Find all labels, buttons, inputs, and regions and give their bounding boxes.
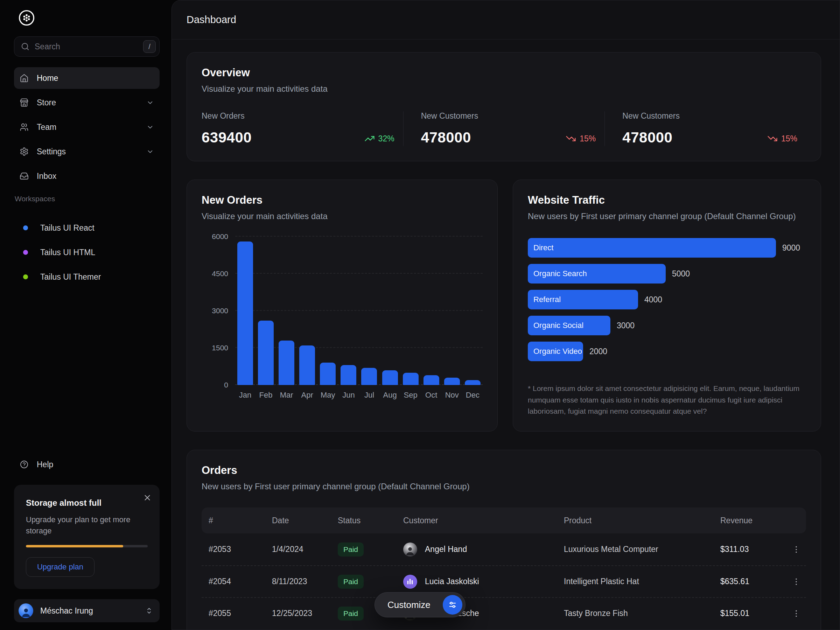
- traffic-bar-row: Organic Search5000: [528, 264, 806, 284]
- main-panel: Dashboard Overview Visualize your main a…: [172, 0, 840, 630]
- customer-name: Lucia Jaskolski: [425, 577, 479, 586]
- traffic-bar: Organic Video: [528, 342, 583, 361]
- chart-bar: [320, 363, 336, 385]
- avatar: [403, 575, 417, 589]
- search-input[interactable]: [30, 42, 143, 51]
- sidebar-item-store[interactable]: Store: [14, 92, 159, 114]
- order-date: 8/11/2023: [265, 577, 331, 586]
- column-header: Date: [265, 516, 331, 525]
- workspace-item[interactable]: Tailus UI React: [14, 217, 159, 239]
- topbar: Dashboard: [172, 0, 840, 39]
- stat-label: New Orders: [202, 111, 395, 121]
- stat-label: New Customers: [622, 111, 797, 121]
- sidebar-nav: HomeStoreTeamSettingsInbox: [14, 67, 159, 190]
- sidebar-item-label: Settings: [37, 147, 66, 156]
- order-revenue: $155.01: [713, 609, 782, 618]
- customize-button[interactable]: Customize: [374, 592, 466, 617]
- x-axis-labels: JanFebMarAprMayJunJulAugSepOctNovDec: [235, 391, 483, 400]
- traffic-chart: Direct9000Organic Search5000Referral4000…: [528, 238, 806, 361]
- order-product: Luxurious Metal Computer: [557, 545, 713, 554]
- chart-bar: [237, 242, 253, 385]
- chevron-down-icon: [146, 148, 154, 155]
- chart-bar: [382, 370, 398, 385]
- table-body: #20531/4/2024PaidAngel HandLuxurious Met…: [202, 534, 806, 629]
- chart-bar: [258, 321, 274, 385]
- inbox-icon: [20, 172, 29, 181]
- traffic-bar-label: Direct: [534, 243, 553, 253]
- chevron-down-icon: [146, 99, 154, 106]
- new-orders-subtitle: Visualize your main activities data: [202, 212, 483, 221]
- workspace-item[interactable]: Tailus UI Themer: [14, 266, 159, 288]
- stat-value: 478000: [622, 129, 673, 146]
- traffic-bar-value: 9000: [782, 243, 800, 253]
- order-date: 1/4/2024: [265, 545, 331, 554]
- workspace-label: Tailus UI React: [40, 223, 95, 233]
- traffic-bar: Direct: [528, 238, 776, 257]
- traffic-bar: Organic Social: [528, 316, 610, 335]
- chart-bar: [444, 377, 460, 385]
- order-id: #2053: [202, 545, 265, 554]
- sidebar-item-inbox[interactable]: Inbox: [14, 165, 159, 187]
- workspace-dot-icon: [23, 275, 28, 279]
- row-menu-button[interactable]: [789, 606, 803, 621]
- traffic-title: Website Traffic: [528, 194, 806, 207]
- team-icon: [20, 123, 29, 132]
- storage-body: Upgrade your plan to get more storage: [26, 514, 141, 537]
- upgrade-plan-button[interactable]: Upgrade plan: [26, 557, 95, 577]
- traffic-bar-row: Organic Video2000: [528, 342, 806, 361]
- column-header: Revenue: [713, 516, 782, 525]
- settings-icon: [20, 147, 29, 156]
- sidebar-item-team[interactable]: Team: [14, 116, 159, 138]
- sidebar-item-help[interactable]: Help: [14, 453, 159, 475]
- stat-block: New Orders63940032%: [202, 111, 403, 146]
- stat-value: 639400: [202, 129, 252, 146]
- chevron-down-icon: [146, 123, 154, 131]
- sidebar: / HomeStoreTeamSettingsInbox Workspaces …: [0, 0, 172, 630]
- app-root: / HomeStoreTeamSettingsInbox Workspaces …: [0, 0, 840, 630]
- help-label: Help: [37, 460, 53, 469]
- row-menu-button[interactable]: [789, 575, 803, 589]
- avatar: [19, 603, 33, 618]
- x-tick-label: Jul: [361, 391, 377, 400]
- y-tick-label: 4500: [212, 270, 228, 278]
- table-row: #205512/25/2023PaidShem NitzscheTasty Br…: [202, 597, 806, 629]
- x-tick-label: Dec: [465, 391, 480, 400]
- table-row: #20548/11/2023PaidLucia JaskolskiIntelli…: [202, 565, 806, 597]
- workspace-item[interactable]: Tailus UI HTML: [14, 242, 159, 263]
- storage-title: Storage almost full: [26, 498, 148, 508]
- storage-progress: [26, 545, 148, 547]
- sidebar-item-home[interactable]: Home: [14, 67, 159, 89]
- new-orders-chart: 01500300045006000 JanFebMarAprMayJunJulA…: [202, 237, 483, 400]
- workspace-dot-icon: [23, 250, 28, 255]
- x-tick-label: Jan: [237, 391, 253, 400]
- y-tick-label: 0: [224, 381, 228, 389]
- stat-delta: 15%: [767, 133, 797, 144]
- store-icon: [20, 98, 29, 107]
- brand-logo-icon[interactable]: [18, 9, 35, 26]
- search-icon: [21, 42, 30, 51]
- chart-bar: [465, 380, 480, 385]
- stat-block: New Customers47800015%: [605, 111, 806, 146]
- y-tick-label: 6000: [212, 232, 228, 241]
- page-title: Dashboard: [186, 14, 236, 25]
- row-menu-button[interactable]: [789, 543, 803, 556]
- order-id: #2054: [202, 577, 265, 586]
- user-name: Méschac Irung: [40, 606, 93, 616]
- chart-bar: [299, 346, 315, 385]
- orders-table: #DateStatusCustomerProductRevenue #20531…: [202, 507, 806, 629]
- sidebar-item-settings[interactable]: Settings: [14, 141, 159, 163]
- new-orders-card: New Orders Visualize your main activitie…: [186, 180, 498, 431]
- traffic-bar-row: Direct9000: [528, 238, 806, 257]
- table-header-row: #DateStatusCustomerProductRevenue: [202, 507, 806, 534]
- traffic-footnote: * Lorem ipsum dolor sit amet consectetur…: [528, 383, 806, 417]
- traffic-bar-label: Organic Video: [534, 347, 582, 356]
- overview-title: Overview: [202, 66, 806, 79]
- y-axis-labels: 01500300045006000: [202, 237, 235, 385]
- x-tick-label: Sep: [403, 391, 418, 400]
- stat-delta: 15%: [565, 133, 596, 144]
- traffic-subtitle: New users by First user primary channel …: [528, 212, 806, 221]
- sidebar-item-label: Inbox: [37, 172, 56, 181]
- user-menu[interactable]: Méschac Irung: [14, 599, 159, 622]
- website-traffic-card: Website Traffic New users by First user …: [513, 180, 821, 431]
- close-icon[interactable]: [143, 493, 152, 502]
